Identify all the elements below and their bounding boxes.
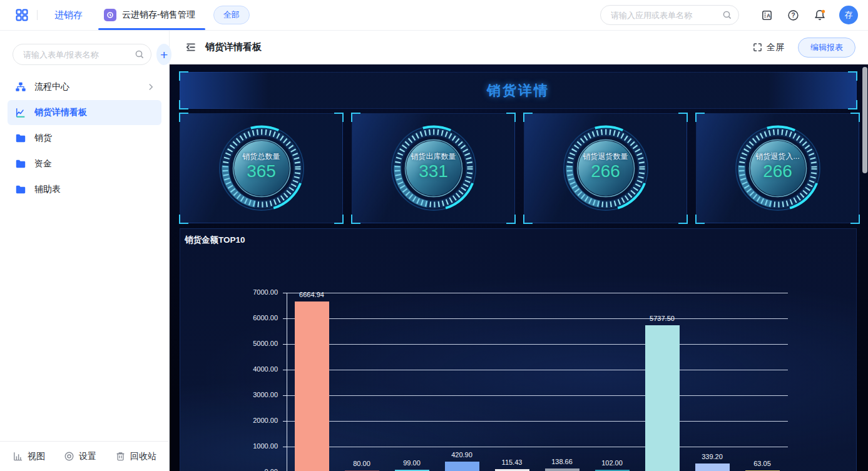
y-tick-label: 1000.00 bbox=[232, 442, 278, 450]
y-tick-label: 7000.00 bbox=[232, 288, 278, 296]
sidebar-item-label: 流程中心 bbox=[34, 81, 138, 93]
collapse-sidebar-icon[interactable] bbox=[185, 41, 197, 53]
sidebar-footer-label: 设置 bbox=[79, 451, 96, 462]
sidebar-item-label: 辅助表 bbox=[34, 184, 155, 195]
dashboard-title-panel: 销货详情 bbox=[180, 72, 857, 109]
sidebar-footer-settings[interactable]: 设置 bbox=[64, 451, 96, 462]
gauge-panel: 销货出库数量331 bbox=[352, 113, 515, 223]
gauge: 销货出库数量331 bbox=[387, 121, 481, 215]
bar-value-label: 99.00 bbox=[387, 459, 437, 467]
sidebar-item[interactable]: 销货 bbox=[8, 126, 161, 151]
translate-icon[interactable]: A bbox=[761, 9, 773, 21]
search-icon bbox=[135, 49, 145, 59]
global-search-input[interactable] bbox=[610, 10, 722, 21]
tab-label: 云进销存-销售管理 bbox=[122, 9, 195, 21]
bar-value-label: 102.00 bbox=[587, 459, 637, 467]
sidebar-search[interactable] bbox=[13, 44, 151, 65]
gridline bbox=[287, 421, 788, 422]
global-search[interactable] bbox=[600, 5, 739, 25]
recycle-bin-icon bbox=[115, 451, 126, 462]
gridline bbox=[287, 395, 788, 396]
topbar-divider bbox=[37, 10, 38, 20]
sidebar-nav: 流程中心销货详情看板销货资金辅助表 bbox=[0, 74, 169, 202]
bar bbox=[695, 463, 730, 471]
y-tick-label: 0.00 bbox=[232, 468, 278, 471]
gauge-value: 266 bbox=[559, 161, 653, 181]
gauge-panel: 销货退货入...266 bbox=[696, 113, 859, 223]
gridline bbox=[287, 447, 788, 447]
gauge-panel: 销货总数量365 bbox=[180, 113, 343, 223]
bar-value-label: 420.90 bbox=[437, 451, 487, 458]
workflow-icon bbox=[15, 81, 26, 93]
all-apps-button[interactable]: 全部 bbox=[213, 6, 250, 24]
y-tick-label: 3000.00 bbox=[232, 391, 278, 398]
help-icon[interactable]: ? bbox=[787, 9, 799, 21]
chart-title: 销货金额TOP10 bbox=[185, 235, 245, 246]
bar-value-label: 339.20 bbox=[687, 453, 737, 460]
gauge-label: 销货退货数量 bbox=[559, 151, 653, 162]
bar-value-label: 6664.94 bbox=[287, 291, 337, 298]
gridline bbox=[287, 370, 788, 370]
dashboard-scrollbar[interactable] bbox=[862, 67, 867, 173]
sidebar-search-input[interactable] bbox=[22, 49, 135, 60]
sidebar-item-label: 销货详情看板 bbox=[34, 107, 155, 118]
bar bbox=[445, 462, 479, 471]
gauge-label: 销货出库数量 bbox=[387, 151, 481, 162]
tab-current-app[interactable]: 云进销存-销售管理 bbox=[104, 0, 195, 30]
dashboard-title: 销货详情 bbox=[487, 81, 549, 100]
sidebar-item-label: 资金 bbox=[34, 158, 155, 170]
gauge-value: 365 bbox=[215, 161, 309, 181]
y-tick-label: 5000.00 bbox=[232, 340, 278, 347]
sidebar: + 流程中心销货详情看板销货资金辅助表 视图设置回收站 bbox=[0, 30, 170, 471]
bar-value-label: 63.05 bbox=[737, 460, 787, 467]
app-grid-icon[interactable] bbox=[15, 8, 29, 22]
sidebar-footer-recycle-bin[interactable]: 回收站 bbox=[115, 451, 156, 462]
gridline bbox=[287, 318, 788, 319]
topbar: 进销存 云进销存-销售管理 全部 A ? bbox=[0, 0, 868, 31]
sidebar-footer-label: 视图 bbox=[28, 451, 45, 462]
app-icon bbox=[104, 9, 116, 21]
sidebar-item[interactable]: 辅助表 bbox=[8, 177, 161, 202]
sidebar-footer-views[interactable]: 视图 bbox=[13, 451, 45, 462]
chevron-right-icon bbox=[146, 83, 155, 91]
y-axis-line bbox=[287, 293, 287, 471]
fullscreen-button[interactable]: 全屏 bbox=[753, 42, 784, 53]
sidebar-item[interactable]: 流程中心 bbox=[8, 74, 161, 99]
chart-panel: 销货金额TOP10 7000.006000.005000.004000.0030… bbox=[180, 228, 857, 471]
bar-value-label: 138.66 bbox=[537, 458, 587, 465]
bar-value-label: 115.43 bbox=[487, 458, 537, 466]
gauge-panel: 销货退货数量266 bbox=[524, 113, 687, 223]
y-tick-label: 2000.00 bbox=[232, 417, 278, 424]
bar bbox=[295, 301, 329, 471]
gauge-value: 266 bbox=[731, 161, 825, 181]
folder-icon bbox=[15, 133, 26, 144]
sidebar-item[interactable]: 资金 bbox=[8, 151, 161, 176]
dashboard-chart-icon bbox=[15, 107, 26, 118]
gridline bbox=[287, 293, 788, 293]
avatar[interactable]: 存 bbox=[839, 6, 858, 24]
gauge-label: 销货总数量 bbox=[215, 151, 309, 162]
bar bbox=[545, 468, 580, 471]
bar-value-label: 5737.50 bbox=[637, 315, 687, 322]
gauge: 销货总数量365 bbox=[215, 121, 309, 215]
svg-text:?: ? bbox=[791, 11, 795, 18]
gauge: 销货退货数量266 bbox=[559, 121, 653, 215]
bar bbox=[645, 325, 680, 471]
folder-icon bbox=[15, 184, 26, 195]
dashboard: 销货详情 销货总数量365销货出库数量331销货退货数量266销货退货入...2… bbox=[169, 64, 868, 471]
bar-value-label: 80.00 bbox=[337, 460, 387, 467]
edit-report-button[interactable]: 编辑报表 bbox=[798, 38, 855, 58]
sidebar-item[interactable]: 销货详情看板 bbox=[8, 100, 161, 125]
svg-text:A: A bbox=[767, 12, 770, 18]
y-tick-label: 6000.00 bbox=[232, 314, 278, 322]
sidebar-footer: 视图设置回收站 bbox=[0, 441, 169, 471]
gridline bbox=[287, 344, 788, 345]
notification-bell-icon[interactable] bbox=[814, 9, 826, 21]
page-title: 销货详情看板 bbox=[205, 41, 262, 53]
gauge: 销货退货入...266 bbox=[731, 121, 825, 215]
add-button[interactable]: + bbox=[156, 44, 171, 65]
brand-link[interactable]: 进销存 bbox=[54, 9, 83, 21]
gauge-value: 331 bbox=[387, 161, 481, 181]
search-icon bbox=[722, 10, 732, 20]
main-header: 销货详情看板 全屏 编辑报表 bbox=[169, 30, 868, 65]
